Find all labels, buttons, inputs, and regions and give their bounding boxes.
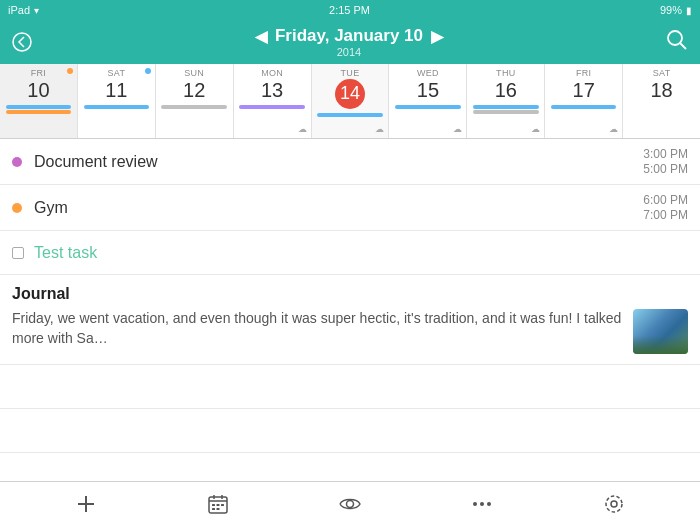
- header-year: 2014: [32, 46, 666, 58]
- nav-title-main: ◀ Friday, January 10 ▶: [32, 26, 666, 46]
- nav-header: ◀ Friday, January 10 ▶ 2014: [0, 20, 700, 64]
- task-checkbox-col: [12, 239, 28, 266]
- cal-event-bar: [473, 110, 539, 114]
- task-checkbox[interactable]: [12, 247, 24, 259]
- cal-day-13[interactable]: MON13☁: [234, 64, 312, 138]
- search-button[interactable]: [666, 29, 688, 56]
- empty-rows: [0, 365, 700, 481]
- bottom-toolbar: [0, 481, 700, 525]
- cal-event-bar: [6, 105, 72, 109]
- settings-icon: [603, 493, 625, 515]
- status-bar: iPad ▾ 2:15 PM 99% ▮: [0, 0, 700, 20]
- cal-day-num: 17: [573, 79, 595, 101]
- event-time-start: 6:00 PM: [643, 193, 688, 207]
- settings-button[interactable]: [592, 482, 636, 526]
- journal-text: Friday, we went vacation, and even thoug…: [12, 309, 623, 348]
- calendar-strip: FRI10SAT11SUN12MON13☁TUE14☁WED15☁THU16☁F…: [0, 64, 700, 139]
- svg-rect-11: [221, 504, 224, 506]
- svg-point-17: [487, 502, 491, 506]
- event-dot-col: [12, 193, 28, 222]
- cal-day-num: 12: [183, 79, 205, 101]
- journal-thumbnail: [633, 309, 688, 354]
- cal-day-num: 10: [27, 79, 49, 101]
- eye-icon: [338, 493, 362, 515]
- event-title: Document review: [28, 147, 643, 176]
- cal-day-name: MON: [261, 68, 283, 78]
- svg-point-14: [347, 500, 354, 507]
- cal-day-num: 13: [261, 79, 283, 101]
- battery-label: 99%: [660, 4, 682, 16]
- cloud-icon: ☁: [453, 124, 462, 134]
- cal-day-name: SAT: [653, 68, 671, 78]
- cal-events: [389, 103, 466, 109]
- eye-button[interactable]: [328, 482, 372, 526]
- calendar-icon: [207, 493, 229, 515]
- journal-content: Friday, we went vacation, and even thoug…: [12, 309, 688, 354]
- cal-day-name: THU: [496, 68, 515, 78]
- cal-events: [234, 103, 311, 109]
- cloud-icon: ☁: [375, 124, 384, 134]
- cloud-icon: ☁: [531, 124, 540, 134]
- cal-events: [78, 103, 155, 109]
- cloud-icon: ☁: [298, 124, 307, 134]
- empty-row: [0, 365, 700, 409]
- calendar-view-button[interactable]: [196, 482, 240, 526]
- nav-title: ◀ Friday, January 10 ▶ 2014: [32, 26, 666, 58]
- cal-events: [312, 111, 389, 117]
- cal-day-12[interactable]: SUN12: [156, 64, 234, 138]
- event-time: 6:00 PM 7:00 PM: [643, 193, 688, 222]
- cal-day-name: SAT: [107, 68, 125, 78]
- prev-arrow-button[interactable]: ◀: [255, 27, 267, 46]
- status-left: iPad ▾: [8, 4, 39, 16]
- cal-day-name: WED: [417, 68, 439, 78]
- svg-rect-9: [212, 504, 215, 506]
- cal-event-bar: [395, 105, 461, 109]
- cloud-icon: ☁: [609, 124, 618, 134]
- event-gym[interactable]: Gym 6:00 PM 7:00 PM: [0, 185, 700, 231]
- add-button[interactable]: [64, 482, 108, 526]
- journal-section[interactable]: Journal Friday, we went vacation, and ev…: [0, 275, 700, 365]
- cal-dot: [145, 68, 151, 74]
- cal-day-name: TUE: [341, 68, 360, 78]
- empty-row: [0, 409, 700, 453]
- cal-day-16[interactable]: THU16☁: [467, 64, 545, 138]
- cal-day-num: 11: [105, 79, 127, 101]
- cal-day-18[interactable]: SAT18: [623, 64, 700, 138]
- carrier-label: iPad: [8, 4, 30, 16]
- svg-line-2: [680, 43, 686, 49]
- events-area: Document review 3:00 PM 5:00 PM Gym 6:00…: [0, 139, 700, 481]
- event-dot-col: [12, 147, 28, 176]
- event-document-review[interactable]: Document review 3:00 PM 5:00 PM: [0, 139, 700, 185]
- svg-point-19: [606, 496, 622, 512]
- back-button[interactable]: [12, 32, 32, 52]
- svg-rect-12: [212, 508, 215, 510]
- cal-events: [545, 103, 622, 109]
- more-button[interactable]: [460, 482, 504, 526]
- cal-day-name: FRI: [576, 68, 591, 78]
- search-icon: [666, 29, 688, 51]
- event-time: 3:00 PM 5:00 PM: [643, 147, 688, 176]
- event-dot: [12, 157, 22, 167]
- cal-day-num: 14: [335, 79, 365, 109]
- cal-event-bar: [6, 110, 72, 114]
- cal-day-10[interactable]: FRI10: [0, 64, 78, 138]
- event-title: Gym: [28, 193, 643, 222]
- cal-event-bar: [473, 105, 539, 109]
- cal-event-bar: [84, 105, 150, 109]
- cal-day-14[interactable]: TUE14☁: [312, 64, 390, 138]
- next-arrow-button[interactable]: ▶: [431, 27, 443, 46]
- cal-day-num: 15: [417, 79, 439, 101]
- cal-day-11[interactable]: SAT11: [78, 64, 156, 138]
- event-time-start: 3:00 PM: [643, 147, 688, 161]
- svg-rect-10: [217, 504, 220, 506]
- cal-dot: [67, 68, 73, 74]
- cal-day-15[interactable]: WED15☁: [389, 64, 467, 138]
- empty-row: [0, 453, 700, 481]
- svg-point-15: [473, 502, 477, 506]
- cal-day-17[interactable]: FRI17☁: [545, 64, 623, 138]
- task-title: Test task: [28, 239, 688, 266]
- event-time-end: 7:00 PM: [643, 208, 688, 222]
- cal-events: [467, 103, 544, 114]
- event-test-task[interactable]: Test task: [0, 231, 700, 275]
- cal-events: [156, 103, 233, 109]
